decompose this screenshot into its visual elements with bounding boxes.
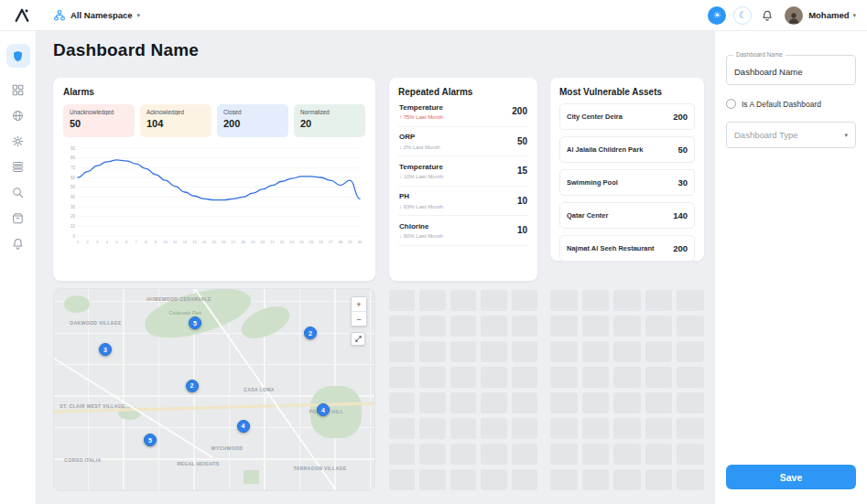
skeleton-tile	[677, 392, 704, 413]
skeleton-tile	[677, 444, 704, 465]
alarm-info: PH↓ 63% Last Month	[399, 192, 443, 209]
alarm-info: Temperature↑ 75% Last Month	[399, 103, 443, 121]
map-expand-button[interactable]	[351, 332, 365, 346]
bell-icon	[761, 9, 774, 22]
loading-placeholder-grid	[550, 290, 704, 500]
avatar[interactable]	[785, 6, 803, 25]
skeleton-tile	[613, 367, 641, 388]
svg-text:5: 5	[115, 240, 118, 244]
radio-label: Is A Default Dashboard	[742, 100, 821, 109]
app-root: All Namespace ▾ ☀ ☾ Mohamed ▾	[0, 0, 867, 504]
app-logo[interactable]	[11, 5, 33, 27]
dashboard-name-field[interactable]: Dashboard Name	[726, 55, 856, 85]
svg-text:29: 29	[348, 240, 352, 244]
skeleton-tile	[450, 341, 476, 362]
sidebar	[0, 31, 37, 504]
asset-row[interactable]: Qatar Center140	[559, 202, 695, 229]
dashboard-type-select[interactable]: Dashboard Type ▾	[726, 122, 856, 148]
asset-row[interactable]: City Center Deira200	[559, 103, 695, 130]
repeated-alarms-list: Temperature↑ 75% Last Month200ORP↓ 2% La…	[398, 97, 528, 246]
svg-text:0: 0	[72, 234, 75, 239]
repeated-alarm-row[interactable]: ORP↓ 2% Last Month50	[398, 127, 528, 157]
notifications-button[interactable]	[761, 9, 774, 22]
skeleton-tile	[389, 392, 415, 413]
skeleton-tile	[512, 290, 537, 311]
skeleton-tile	[645, 469, 673, 490]
map-zoom-in-button[interactable]: +	[352, 297, 366, 311]
skeleton-tile	[512, 444, 537, 465]
sidebar-item-assets[interactable]	[9, 157, 27, 176]
skeleton-tile	[613, 392, 641, 413]
map-marker[interactable]: 3	[99, 343, 112, 356]
assets-map[interactable]: HUMEWOOD-CEDARVALECedarvale ParkOAKWOOD …	[53, 288, 375, 491]
vulnerable-assets-list: City Center Deira200Al Jalaila Children …	[559, 103, 695, 262]
user-menu-chevron-icon[interactable]: ▾	[852, 12, 856, 18]
svg-text:70: 70	[70, 166, 76, 170]
alarm-stats-row: Unacknowledged50Acknowledged104Closed200…	[63, 104, 365, 137]
skeleton-tile	[450, 367, 476, 388]
skeleton-tile	[582, 469, 610, 490]
skeleton-tile	[419, 444, 445, 465]
sidebar-item-settings[interactable]	[9, 132, 27, 150]
dashboard-grid-icon	[11, 83, 25, 97]
dark-mode-toggle[interactable]: ☾	[733, 6, 752, 25]
radio-icon[interactable]	[726, 99, 736, 109]
repeated-alarm-row[interactable]: PH↓ 63% Last Month10	[398, 187, 528, 217]
map-zoom-out-button[interactable]: −	[352, 312, 366, 326]
skeleton-tile	[550, 469, 578, 490]
light-mode-toggle[interactable]: ☀	[708, 6, 726, 25]
save-button[interactable]: Save	[726, 465, 856, 489]
dashboard-name-input[interactable]	[734, 67, 848, 77]
sidebar-item-inventory[interactable]	[9, 209, 27, 227]
skeleton-tile	[613, 418, 641, 439]
skeleton-tile	[450, 290, 476, 311]
repeated-alarm-row[interactable]: Temperature↑ 75% Last Month200	[398, 97, 528, 127]
svg-text:8: 8	[145, 240, 147, 244]
vulnerable-assets-card: Most Vulnerable Assets City Center Deira…	[550, 78, 704, 261]
repeated-alarm-row[interactable]: Chlorine↓ 60% Last Month10	[398, 216, 528, 246]
skeleton-tile	[613, 341, 641, 362]
map-marker[interactable]: 4	[237, 420, 250, 433]
skeleton-tile	[450, 444, 476, 465]
map-marker[interactable]: 5	[189, 316, 201, 329]
chevron-down-icon: ▾	[137, 12, 141, 18]
repeated-alarms-title: Repeated Alarms	[398, 87, 528, 97]
map-label: OAKWOOD VILLAGE	[70, 320, 121, 326]
skeleton-tile	[389, 367, 415, 388]
select-placeholder: Dashboard Type	[734, 130, 798, 140]
svg-text:15: 15	[211, 240, 216, 244]
svg-text:14: 14	[202, 240, 207, 244]
skeleton-tile	[550, 367, 578, 388]
skeleton-tile	[677, 290, 704, 311]
asset-row[interactable]: Al Jalaila Children Park50	[559, 136, 695, 163]
sidebar-item-network[interactable]	[9, 106, 27, 124]
asset-row[interactable]: Swimming Pool30	[559, 169, 695, 196]
page-title: Dashboard Name	[53, 40, 199, 60]
skeleton-tile	[645, 290, 673, 311]
repeated-alarm-row[interactable]: Temperature↓ 10% Last Month15	[398, 156, 528, 187]
svg-text:30: 30	[358, 240, 363, 244]
map-marker[interactable]: 4	[317, 403, 330, 416]
map-marker[interactable]: 2	[186, 380, 199, 392]
sidebar-item-security[interactable]	[6, 44, 30, 68]
skeleton-tile	[389, 341, 415, 362]
skeleton-tile	[613, 316, 641, 337]
moon-icon: ☾	[739, 10, 747, 20]
skeleton-tile	[419, 392, 445, 413]
skeleton-tile	[677, 341, 704, 362]
alarm-name: Temperature	[399, 103, 443, 112]
skeleton-tile	[677, 367, 704, 388]
svg-text:28: 28	[338, 240, 342, 244]
namespace-selector[interactable]: All Namespace ▾	[53, 9, 140, 22]
sidebar-item-search[interactable]	[9, 183, 27, 201]
skeleton-tile	[645, 392, 673, 413]
sidebar-item-alerts[interactable]	[9, 234, 27, 252]
map-marker[interactable]: 2	[304, 327, 317, 339]
sidebar-item-dashboards[interactable]	[9, 80, 27, 99]
namespace-icon	[53, 9, 66, 22]
field-label: Dashboard Name	[733, 51, 786, 58]
svg-text:25: 25	[309, 240, 314, 244]
asset-row[interactable]: Najmat Al Seeh Restaurant200	[559, 235, 695, 262]
default-dashboard-option[interactable]: Is A Default Dashboard	[726, 99, 856, 109]
map-marker[interactable]: 5	[144, 434, 157, 446]
